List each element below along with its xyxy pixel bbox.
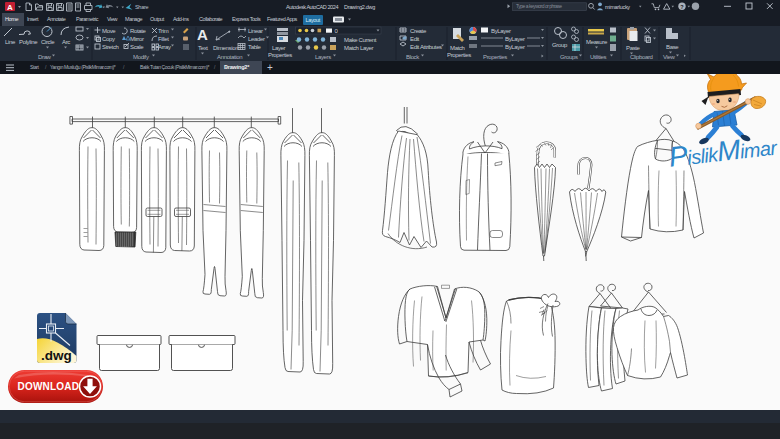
svg-text:Table: Table bbox=[248, 44, 262, 50]
svg-text:Match: Match bbox=[450, 45, 465, 51]
svg-text:Move: Move bbox=[102, 28, 116, 34]
svg-text:Share: Share bbox=[135, 4, 148, 10]
svg-text:Annotation: Annotation bbox=[217, 54, 242, 60]
svg-text:.dwg: .dwg bbox=[41, 347, 72, 362]
svg-text:DOWNLOAD: DOWNLOAD bbox=[18, 381, 80, 392]
svg-text:Copy: Copy bbox=[102, 36, 115, 42]
svg-text:Properties: Properties bbox=[447, 52, 471, 58]
svg-text:Properties: Properties bbox=[483, 54, 507, 60]
svg-text:A: A bbox=[197, 26, 208, 43]
svg-text:Layer: Layer bbox=[272, 45, 286, 51]
svg-text:Mirror: Mirror bbox=[130, 36, 144, 42]
svg-text:Scale: Scale bbox=[130, 44, 144, 50]
svg-text:Drawing2.dwg: Drawing2.dwg bbox=[344, 4, 375, 10]
svg-text:Fillet: Fillet bbox=[158, 36, 169, 42]
svg-text:View: View bbox=[663, 54, 676, 60]
svg-text:Create: Create bbox=[410, 28, 427, 34]
svg-text:Utilities: Utilities bbox=[590, 54, 607, 60]
svg-text:A: A bbox=[7, 3, 13, 12]
svg-text:Autodesk AutoCAD 2024: Autodesk AutoCAD 2024 bbox=[286, 4, 338, 10]
svg-text:Line: Line bbox=[5, 39, 16, 45]
svg-text:Block: Block bbox=[406, 54, 420, 60]
svg-text:ByLayer: ByLayer bbox=[491, 28, 511, 34]
svg-text:Polyline: Polyline bbox=[19, 39, 38, 45]
svg-text:Dimension: Dimension bbox=[213, 45, 238, 51]
svg-text:Circle: Circle bbox=[41, 39, 55, 45]
svg-text:Properties: Properties bbox=[268, 52, 292, 58]
svg-text:Measure: Measure bbox=[586, 39, 608, 45]
svg-text:Paste: Paste bbox=[626, 45, 641, 51]
svg-text:Edit Attributes: Edit Attributes bbox=[410, 44, 442, 50]
svg-text:Stretch: Stretch bbox=[102, 44, 119, 50]
svg-text:Match Layer: Match Layer bbox=[344, 45, 374, 51]
svg-text:Draw: Draw bbox=[38, 54, 52, 60]
svg-text:Modify: Modify bbox=[133, 54, 149, 60]
svg-text:Group: Group bbox=[552, 42, 568, 48]
svg-text:Rotate: Rotate bbox=[130, 28, 147, 34]
svg-text:Text: Text bbox=[198, 45, 208, 51]
svg-text:Trim: Trim bbox=[158, 28, 169, 34]
svg-text:mimarlucky: mimarlucky bbox=[605, 4, 630, 10]
svg-text:Groups: Groups bbox=[560, 54, 578, 60]
svg-text:Type a keyword or phrase: Type a keyword or phrase bbox=[516, 3, 562, 9]
svg-text:Arc: Arc bbox=[62, 39, 70, 45]
svg-text:ByLayer: ByLayer bbox=[505, 36, 525, 42]
svg-text:Clipboard: Clipboard bbox=[630, 54, 653, 60]
svg-text:PislikMimar: PislikMimar bbox=[667, 129, 779, 172]
svg-text:Edit: Edit bbox=[410, 36, 420, 42]
svg-text:Base: Base bbox=[666, 44, 679, 50]
svg-text:Linear: Linear bbox=[248, 28, 263, 34]
svg-text:Array: Array bbox=[158, 44, 171, 50]
svg-text:ByLayer: ByLayer bbox=[505, 44, 525, 50]
svg-text:Layers: Layers bbox=[315, 54, 331, 60]
svg-text:Leader: Leader bbox=[248, 36, 265, 42]
svg-text:Make Current: Make Current bbox=[344, 37, 377, 43]
